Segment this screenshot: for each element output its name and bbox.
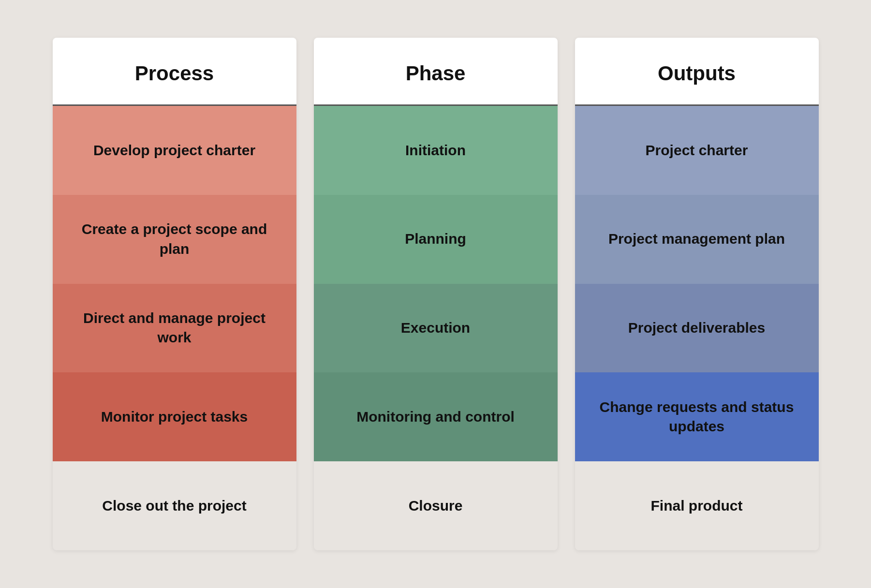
main-table: Process Develop project charter Create a… bbox=[44, 38, 827, 550]
phase-cell-3: Execution bbox=[314, 284, 558, 373]
outputs-header-label: Outputs bbox=[658, 62, 736, 85]
phase-cell-1: Initiation bbox=[314, 106, 558, 195]
outputs-cell-4: Change requests and status updates bbox=[575, 372, 819, 461]
process-cell-3: Direct and manage project work bbox=[53, 284, 296, 373]
outputs-cell-5: Final product bbox=[575, 461, 819, 550]
outputs-cell-3: Project deliverables bbox=[575, 284, 819, 373]
phase-column-header: Phase bbox=[314, 38, 558, 106]
phase-column: Phase Initiation Planning Execution Moni… bbox=[314, 38, 558, 550]
outputs-column: Outputs Project charter Project manageme… bbox=[575, 38, 819, 550]
process-column-header: Process bbox=[53, 38, 296, 106]
process-column: Process Develop project charter Create a… bbox=[53, 38, 296, 550]
outputs-column-header: Outputs bbox=[575, 38, 819, 106]
phase-cell-2: Planning bbox=[314, 195, 558, 284]
process-cell-5: Close out the project bbox=[53, 461, 296, 550]
outputs-cell-1: Project charter bbox=[575, 106, 819, 195]
process-header-label: Process bbox=[135, 62, 214, 85]
phase-cell-4: Monitoring and control bbox=[314, 372, 558, 461]
process-cell-2: Create a project scope and plan bbox=[53, 195, 296, 284]
outputs-cell-2: Project management plan bbox=[575, 195, 819, 284]
process-cell-4: Monitor project tasks bbox=[53, 372, 296, 461]
phase-header-label: Phase bbox=[406, 62, 466, 85]
phase-cell-5: Closure bbox=[314, 461, 558, 550]
process-cell-1: Develop project charter bbox=[53, 106, 296, 195]
